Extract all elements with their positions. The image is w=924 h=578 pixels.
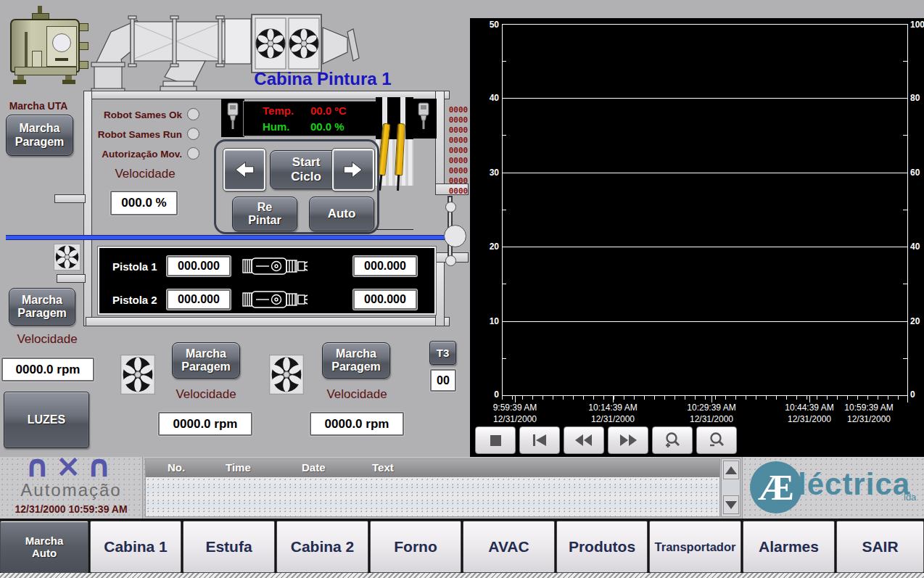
nav-alarmes-button[interactable]: Alarmes bbox=[743, 521, 835, 573]
nav-avac-button[interactable]: AVAC bbox=[463, 521, 555, 573]
scroll-down-icon bbox=[725, 501, 737, 509]
nav-transportador-button[interactable]: Transportador bbox=[649, 521, 741, 573]
nav-cabina2-button[interactable]: Cabina 2 bbox=[276, 521, 368, 573]
cycle-control-group: Start Ciclo Re Pintar Auto bbox=[214, 139, 379, 234]
temp-value: 00.0 ºC bbox=[310, 104, 347, 117]
booth-fan-icon bbox=[120, 355, 155, 395]
scroll-up-button[interactable] bbox=[723, 461, 739, 479]
alarm-col-text: Text bbox=[372, 461, 394, 474]
start-ciclo-button[interactable]: Start Ciclo bbox=[270, 150, 342, 189]
hum-label: Hum. bbox=[263, 120, 290, 133]
frame-left-bar bbox=[83, 91, 92, 326]
trend-zoom-out-button[interactable] bbox=[696, 426, 737, 454]
robot-sames-run-label: Robot Sames Run bbox=[93, 129, 182, 140]
fan1-marcha-paragem-button[interactable]: Marcha Paragem bbox=[172, 342, 240, 379]
conveyor-velocidade-label: Velocidade bbox=[3, 332, 91, 347]
trend-plot bbox=[502, 24, 908, 395]
autorizacao-mov-label: Autorização Mov. bbox=[93, 149, 182, 160]
conveyor-marcha-paragem-button[interactable]: Marcha Paragem bbox=[9, 288, 75, 326]
automacao-logo-panel: ∩×∩ Automação 12/31/2000 10:59:39 AM bbox=[0, 457, 143, 519]
x-axis-date-label: 12/31/2000 bbox=[578, 414, 648, 424]
autorizacao-mov-lamp bbox=[187, 147, 199, 160]
gridline bbox=[502, 247, 908, 247]
alarm-list[interactable]: No. Time Date Text bbox=[145, 458, 720, 517]
gridline bbox=[502, 321, 908, 322]
temp-label: Temp. bbox=[263, 104, 294, 117]
pistola1-value-left[interactable]: 000.000 bbox=[167, 256, 231, 276]
auto-button[interactable]: Auto bbox=[309, 197, 374, 231]
spray-level-line bbox=[376, 229, 413, 230]
uta-marcha-paragem-button[interactable]: Marcha Paragem bbox=[6, 115, 73, 156]
part-counter: 0000 bbox=[445, 105, 472, 116]
trend-skip-to-start-button[interactable] bbox=[519, 426, 560, 454]
right-axis-tick: 40 bbox=[910, 241, 920, 252]
temp-hum-display: Temp. 00.0 ºC Hum. 00.0 % bbox=[243, 101, 381, 136]
uta-machine-graphic bbox=[4, 6, 87, 84]
arrow-left-icon bbox=[232, 157, 257, 182]
zoom-out-icon bbox=[708, 432, 725, 449]
trend-rewind-button[interactable] bbox=[564, 426, 604, 454]
skip-to-start-icon bbox=[533, 434, 546, 446]
plug-icon bbox=[226, 102, 240, 133]
nav-estufa-button[interactable]: Estufa bbox=[183, 521, 275, 573]
uta-label: Marcha UTA bbox=[0, 100, 77, 112]
electrica-name: léctrica bbox=[798, 467, 910, 502]
t3-value[interactable]: 00 bbox=[430, 369, 456, 392]
conveyor-roller bbox=[444, 225, 466, 247]
left-axis-tick: 50 bbox=[473, 20, 499, 30]
scroll-down-button[interactable] bbox=[723, 495, 739, 514]
duct-fan-icon bbox=[256, 29, 285, 58]
fan2-velocidade-value[interactable]: 0000.0 rpm bbox=[310, 412, 404, 436]
trend-stop-button[interactable] bbox=[475, 426, 516, 454]
left-axis-tick: 0 bbox=[473, 389, 499, 400]
nav-forno-button[interactable]: Forno bbox=[370, 521, 461, 573]
alarm-scrollbar[interactable] bbox=[721, 458, 741, 517]
fan1-velocidade-value[interactable]: 0000.0 rpm bbox=[158, 412, 252, 436]
nav-hatch-strip bbox=[0, 573, 924, 578]
scroll-up-icon bbox=[725, 466, 737, 474]
x-axis-time-label: 10:59:39 AM bbox=[834, 402, 904, 413]
left-axis-tick: 40 bbox=[473, 93, 499, 103]
frame-bracket bbox=[54, 194, 86, 203]
pistola1-value-right[interactable]: 000.000 bbox=[353, 256, 417, 276]
electrica-logo-panel: Æ léctrica lda bbox=[742, 457, 924, 519]
fan2-marcha-paragem-button[interactable]: Marcha Paragem bbox=[322, 342, 390, 379]
x-axis-date-label: 12/31/2000 bbox=[677, 414, 746, 424]
part-counter: 0000 bbox=[445, 115, 472, 126]
fan2-velocidade-label: Velocidade bbox=[316, 387, 397, 402]
nav-marcha-auto-button[interactable]: Marcha Auto bbox=[0, 521, 88, 573]
system-datetime: 12/31/2000 10:59:39 AM bbox=[0, 503, 142, 515]
left-axis-tick: 20 bbox=[473, 241, 499, 252]
alarm-row-empty bbox=[146, 501, 719, 509]
part-counter: 0000 bbox=[445, 186, 472, 197]
x-axis-minor-ticks bbox=[502, 396, 908, 400]
robot-velocidade-value[interactable]: 000.0 % bbox=[110, 191, 178, 215]
cycle-next-button[interactable] bbox=[332, 149, 374, 191]
cycle-prev-button[interactable] bbox=[223, 149, 265, 191]
pistola2-value-left[interactable]: 000.000 bbox=[167, 289, 231, 310]
nav-produtos-button[interactable]: Produtos bbox=[556, 521, 648, 573]
electrica-suffix: lda bbox=[904, 492, 916, 503]
pistola1-label: Pistola 1 bbox=[112, 260, 157, 273]
page-title: Cabina Pintura 1 bbox=[210, 69, 435, 89]
hum-value: 00.0 % bbox=[310, 120, 345, 133]
spray-gun-outline-icon bbox=[242, 289, 327, 310]
nav-sair-button[interactable]: SAIR bbox=[836, 521, 924, 573]
frame-bottom-bar bbox=[86, 317, 450, 326]
bottom-nav-bar: Marcha Auto Cabina 1 Estufa Cabina 2 For… bbox=[0, 519, 924, 578]
nav-cabina1-button[interactable]: Cabina 1 bbox=[90, 521, 181, 573]
trend-zoom-in-button[interactable] bbox=[652, 426, 693, 454]
conveyor-velocidade-value[interactable]: 0000.0 rpm bbox=[1, 358, 94, 381]
t3-button[interactable]: T3 bbox=[429, 341, 456, 365]
fast-forward-icon bbox=[619, 434, 637, 446]
stop-icon bbox=[490, 435, 501, 446]
x-axis-date-label: 12/31/2000 bbox=[834, 414, 904, 424]
pistola2-value-right[interactable]: 000.000 bbox=[353, 289, 417, 310]
luzes-button[interactable]: LUZES bbox=[4, 392, 89, 448]
trend-forward-button[interactable] bbox=[608, 426, 648, 454]
alarm-col-date: Date bbox=[302, 461, 326, 474]
re-pintar-button[interactable]: Re Pintar bbox=[232, 197, 297, 231]
spray-gun-outline-icon bbox=[242, 256, 327, 276]
frame-bracket bbox=[57, 274, 86, 283]
right-axis-tick: 20 bbox=[910, 316, 920, 326]
